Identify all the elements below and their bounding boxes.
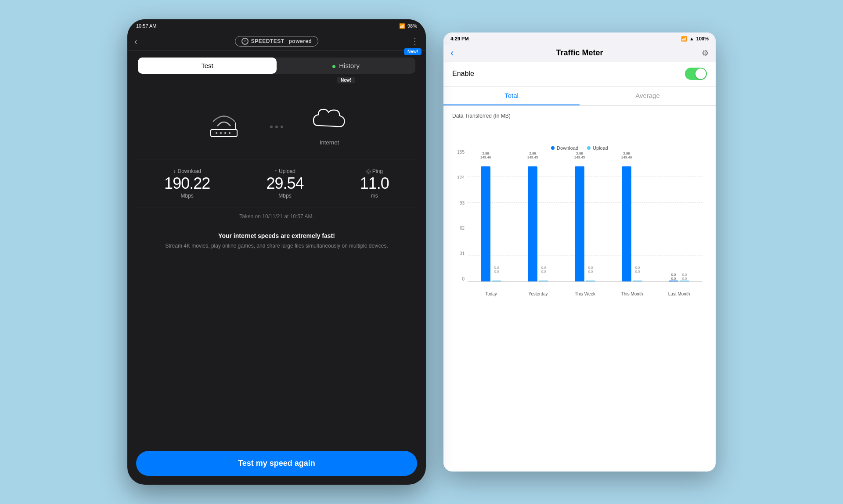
gear-icon[interactable]: ⚙ (702, 48, 709, 58)
traffic-header: ‹ Traffic Meter ⚙ (443, 45, 716, 61)
yesterday-upload-bar (539, 281, 548, 281)
lastmonth-x-label: Last Month (668, 292, 690, 296)
thisweek-upload-bar (586, 281, 595, 281)
connection-dots (270, 126, 283, 128)
new-badge-tab: New! (337, 77, 355, 83)
thismonth-upload-bar (633, 281, 642, 281)
thisweek-x-label: This Week (575, 292, 595, 296)
stat-ping: ◎ Ping 11.0 ms (360, 168, 389, 199)
tab-container: Test History New! (127, 50, 426, 77)
status-bar-left: 10:57 AM 📶 98% (127, 19, 426, 32)
router-icon (204, 108, 244, 141)
history-dot-icon (332, 65, 335, 68)
speed-info: Your internet speeds are extremely fast!… (136, 225, 417, 257)
y-axis: 0 31 62 93 124 155 (452, 150, 465, 281)
tab-total-label: Total (504, 92, 519, 99)
today-x-label: Today (485, 292, 497, 296)
back-button-right[interactable]: ‹ (450, 47, 454, 59)
left-phone: 10:57 AM 📶 98% ‹ ⟳ SPEEDTEST powered ⋮ N… (127, 19, 426, 485)
y-label-62: 62 (452, 226, 465, 230)
back-button-left[interactable]: ‹ (134, 36, 137, 47)
speedtest-name: SPEEDTEST (251, 38, 285, 44)
segment-tabs: Total Average (443, 86, 716, 106)
ping-value: 11.0 (360, 174, 389, 193)
traffic-title: Traffic Meter (556, 48, 603, 58)
svg-point-3 (224, 132, 226, 134)
new-badge-header: New! (404, 48, 422, 55)
internet-label: Internet (310, 139, 349, 146)
logo-circle-icon: ⟳ (241, 38, 249, 45)
today-ul-top-label: 0.00.0 (494, 266, 499, 274)
battery-right: 100% (696, 36, 709, 41)
test-again-button[interactable]: Test my speed again (136, 451, 417, 476)
tab-test[interactable]: Test (138, 58, 277, 74)
yesterday-dl-top-label: 2.88149.45 (527, 151, 538, 159)
download-unit: Mbps (164, 193, 210, 199)
bar-group-thismonth: 2.88149.46 0.00.0 This Month (622, 166, 642, 281)
thismonth-download-bar (622, 166, 631, 281)
ping-icon: ◎ (366, 168, 371, 174)
tab-total[interactable]: Total (443, 86, 580, 105)
thisweek-download-bar (575, 166, 584, 281)
legend-upload-dot (587, 146, 591, 150)
enable-toggle[interactable] (685, 68, 707, 80)
lastmonth-download-bar (669, 281, 678, 281)
upload-value: 29.54 (266, 174, 303, 193)
menu-dots-icon[interactable]: ⋮ (411, 36, 419, 46)
network-diagram: Internet (136, 90, 417, 155)
time-right: 4:29 PM (450, 36, 469, 41)
download-value: 190.22 (164, 174, 210, 193)
today-dl-top-label: 2.88149.46 (480, 151, 491, 159)
tab-history[interactable]: History New! (277, 58, 415, 74)
chart-y-label: Data Transferred (In MB) (452, 113, 707, 119)
thisweek-ul-top-label: 0.00.0 (588, 266, 593, 274)
y-label-0: 0 (452, 277, 465, 281)
chart-plot: 2.88149.46 0.00.0 Today 2.88149.45 (468, 150, 702, 281)
bars-container: 2.88149.46 0.00.0 Today 2.88149.45 (468, 150, 702, 281)
cloud-icon: Internet (310, 103, 349, 146)
chart-wrapper: 0 31 62 93 124 155 (452, 145, 707, 303)
bar-group-lastmonth: 0.00.0 0.00.0 Last Month (669, 281, 689, 281)
tab-average[interactable]: Average (580, 86, 716, 105)
svg-point-2 (220, 132, 222, 134)
lastmonth-ul-top-label: 0.00.0 (682, 273, 687, 281)
wifi-icon-right: 📶 (681, 36, 687, 42)
enable-row: Enable (443, 61, 716, 86)
svg-rect-0 (211, 130, 237, 137)
today-upload-bar (492, 281, 501, 281)
stat-upload: ↑ Upload 29.54 Mbps (266, 168, 303, 199)
battery-left: 98% (407, 23, 417, 29)
y-label-124: 124 (452, 175, 465, 180)
enable-label: Enable (452, 70, 474, 78)
upload-label: Upload (279, 168, 295, 174)
lastmonth-dl-top-label: 0.00.0 (671, 273, 676, 281)
upload-arrow-icon: ↑ (274, 168, 277, 174)
yesterday-ul-top-label: 0.00.0 (541, 266, 546, 274)
tab-test-label: Test (201, 62, 213, 69)
yesterday-download-bar (528, 166, 537, 281)
ping-label: Ping (372, 168, 383, 174)
lastmonth-upload-bar (680, 281, 689, 281)
y-label-155: 155 (452, 150, 465, 155)
main-content: Internet ↓ Download 190.22 Mbps ↑ Upload… (127, 81, 426, 451)
signal-icon-right: ▲ (689, 36, 694, 41)
y-label-31: 31 (452, 251, 465, 256)
thismonth-dl-top-label: 2.88149.46 (621, 151, 632, 159)
bar-group-today: 2.88149.46 0.00.0 Today (481, 166, 501, 281)
today-download-bar (481, 166, 490, 281)
status-icons-left: 📶 98% (399, 23, 417, 29)
bar-group-yesterday: 2.88149.45 0.00.0 Yesterday (528, 166, 548, 281)
yesterday-x-label: Yesterday (528, 292, 548, 296)
speed-info-title: Your internet speeds are extremely fast! (145, 232, 408, 239)
status-bar-right: 4:29 PM 📶 ▲ 100% (443, 32, 716, 45)
chart-section: Data Transferred (In MB) 0 31 62 93 124 … (443, 106, 716, 472)
legend-download-dot (551, 146, 555, 150)
svg-point-1 (216, 132, 217, 134)
ping-unit: ms (360, 193, 389, 199)
taken-on-text: Taken on 10/11/21 at 10:57 AM. (136, 208, 417, 225)
baseline (468, 281, 702, 282)
thisweek-dl-top-label: 2.88149.45 (574, 151, 585, 159)
y-label-93: 93 (452, 201, 465, 205)
stat-download: ↓ Download 190.22 Mbps (164, 168, 210, 199)
tab-average-label: Average (635, 92, 660, 99)
